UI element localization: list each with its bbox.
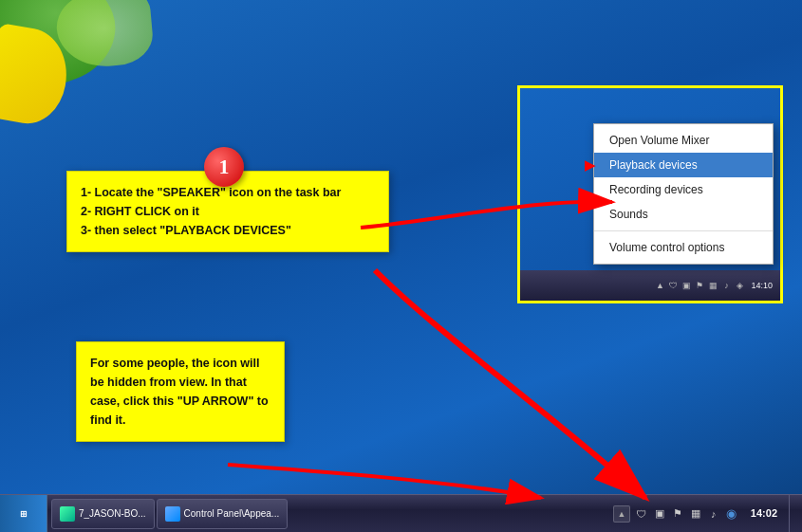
systray-shield-icon: 🛡 bbox=[634, 506, 649, 522]
mini-speaker-icon: ♪ bbox=[720, 280, 732, 291]
taskbar-btn-1-icon bbox=[60, 506, 75, 522]
context-menu-playback-devices[interactable]: ▶ Playback devices bbox=[594, 153, 773, 177]
show-desktop-button[interactable] bbox=[789, 495, 796, 532]
system-tray: ▲ 🛡 ▣ ⚑ ▦ ♪ ◉ 14:02 bbox=[607, 495, 802, 532]
taskbar: ⊞ 7_JASON-BO... Control Panel\Appea... ▲… bbox=[0, 494, 802, 532]
context-menu-open-volume-mixer[interactable]: Open Volume Mixer bbox=[594, 128, 773, 153]
taskbar-clock[interactable]: 14:02 bbox=[743, 506, 785, 520]
taskbar-items: 7_JASON-BO... Control Panel\Appea... bbox=[47, 495, 607, 532]
taskbar-btn-2[interactable]: Control Panel\Appea... bbox=[157, 499, 289, 529]
context-menu-recording-devices[interactable]: Recording devices bbox=[594, 177, 773, 202]
mini-shield-icon: 🛡 bbox=[667, 280, 679, 291]
preview-taskbar: ▲ 🛡 ▣ ⚑ ▦ ♪ ◈ 14:10 bbox=[520, 270, 780, 301]
note1-line2: 2- RIGHT CLICK on it bbox=[81, 202, 375, 221]
context-menu-volume-control[interactable]: Volume control options bbox=[594, 235, 773, 260]
step-1-badge: 1 bbox=[204, 147, 244, 187]
systray-network-icon: ▣ bbox=[652, 506, 667, 522]
systray-monitor-icon: ▦ bbox=[688, 506, 703, 522]
clock-time: 14:02 bbox=[751, 506, 777, 520]
preview-clock: 14:10 bbox=[747, 281, 776, 290]
instruction-note-2: For some people, the icon will be hidden… bbox=[76, 341, 285, 442]
mini-monitor-icon: ▦ bbox=[707, 280, 718, 291]
mini-up-arrow-icon: ▲ bbox=[654, 280, 665, 291]
systray-google-icon: ◉ bbox=[724, 506, 739, 522]
context-menu-sounds[interactable]: Sounds bbox=[594, 202, 773, 227]
context-menu: Open Volume Mixer ▶ Playback devices Rec… bbox=[593, 123, 774, 265]
context-menu-separator bbox=[594, 230, 773, 231]
playback-arrow: ▶ bbox=[585, 157, 595, 173]
taskbar-btn-2-icon bbox=[165, 506, 180, 522]
systray-flag-icon: ⚑ bbox=[670, 506, 685, 522]
mini-net-icon: ▣ bbox=[681, 280, 692, 291]
start-button[interactable]: ⊞ bbox=[0, 495, 47, 532]
note2-text: For some people, the icon will be hidden… bbox=[90, 357, 269, 427]
systray-icons: 🛡 ▣ ⚑ ▦ ♪ ◉ bbox=[634, 506, 739, 522]
mini-flag-icon: ⚑ bbox=[694, 280, 705, 291]
note1-line3: 3- then select "PLAYBACK DEVICES" bbox=[81, 221, 375, 240]
taskbar-btn-1[interactable]: 7_JASON-BO... bbox=[51, 499, 155, 529]
systray-speaker-icon[interactable]: ♪ bbox=[706, 506, 721, 522]
systray-up-arrow[interactable]: ▲ bbox=[613, 505, 630, 523]
mini-network-icon: ◈ bbox=[734, 280, 745, 291]
